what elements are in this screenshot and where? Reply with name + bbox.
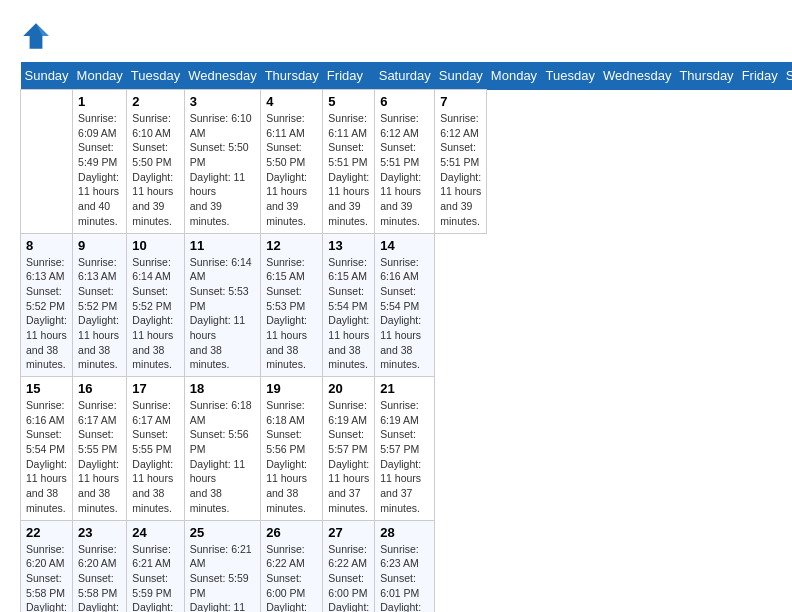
day-number: 18 [190, 381, 255, 396]
day-number: 13 [328, 238, 369, 253]
day-info: Sunrise: 6:21 AM Sunset: 5:59 PM Dayligh… [190, 542, 255, 613]
day-number: 16 [78, 381, 121, 396]
day-number: 6 [380, 94, 429, 109]
logo [20, 20, 58, 52]
calendar-cell: 20Sunrise: 6:19 AM Sunset: 5:57 PM Dayli… [323, 377, 375, 521]
calendar-cell: 23Sunrise: 6:20 AM Sunset: 5:58 PM Dayli… [73, 520, 127, 612]
day-of-week-header: Sunday [21, 62, 73, 90]
day-info: Sunrise: 6:15 AM Sunset: 5:53 PM Dayligh… [266, 255, 317, 373]
day-number: 4 [266, 94, 317, 109]
calendar-week-row: 8Sunrise: 6:13 AM Sunset: 5:52 PM Daylig… [21, 233, 793, 377]
weekday-header: Tuesday [542, 62, 599, 90]
day-number: 8 [26, 238, 67, 253]
day-info: Sunrise: 6:16 AM Sunset: 5:54 PM Dayligh… [26, 398, 67, 516]
calendar-cell: 11Sunrise: 6:14 AM Sunset: 5:53 PM Dayli… [184, 233, 260, 377]
day-number: 27 [328, 525, 369, 540]
day-info: Sunrise: 6:18 AM Sunset: 5:56 PM Dayligh… [266, 398, 317, 516]
day-number: 3 [190, 94, 255, 109]
calendar-week-row: 1Sunrise: 6:09 AM Sunset: 5:49 PM Daylig… [21, 90, 793, 234]
day-number: 23 [78, 525, 121, 540]
calendar-cell: 22Sunrise: 6:20 AM Sunset: 5:58 PM Dayli… [21, 520, 73, 612]
day-info: Sunrise: 6:12 AM Sunset: 5:51 PM Dayligh… [380, 111, 429, 229]
day-info: Sunrise: 6:17 AM Sunset: 5:55 PM Dayligh… [78, 398, 121, 516]
day-of-week-header: Friday [323, 62, 375, 90]
calendar-week-row: 15Sunrise: 6:16 AM Sunset: 5:54 PM Dayli… [21, 377, 793, 521]
day-info: Sunrise: 6:18 AM Sunset: 5:56 PM Dayligh… [190, 398, 255, 516]
day-info: Sunrise: 6:19 AM Sunset: 5:57 PM Dayligh… [380, 398, 429, 516]
day-info: Sunrise: 6:20 AM Sunset: 5:58 PM Dayligh… [26, 542, 67, 613]
calendar-cell: 9Sunrise: 6:13 AM Sunset: 5:52 PM Daylig… [73, 233, 127, 377]
calendar-cell: 13Sunrise: 6:15 AM Sunset: 5:54 PM Dayli… [323, 233, 375, 377]
day-info: Sunrise: 6:10 AM Sunset: 5:50 PM Dayligh… [190, 111, 255, 229]
day-info: Sunrise: 6:12 AM Sunset: 5:51 PM Dayligh… [440, 111, 481, 229]
weekday-header: Friday [738, 62, 782, 90]
day-of-week-header: Wednesday [184, 62, 260, 90]
calendar-cell: 7Sunrise: 6:12 AM Sunset: 5:51 PM Daylig… [435, 90, 487, 234]
day-info: Sunrise: 6:13 AM Sunset: 5:52 PM Dayligh… [26, 255, 67, 373]
calendar-cell: 12Sunrise: 6:15 AM Sunset: 5:53 PM Dayli… [261, 233, 323, 377]
weekday-header: Monday [487, 62, 542, 90]
day-number: 5 [328, 94, 369, 109]
weekday-header: Wednesday [599, 62, 675, 90]
day-info: Sunrise: 6:10 AM Sunset: 5:50 PM Dayligh… [132, 111, 178, 229]
calendar-cell: 18Sunrise: 6:18 AM Sunset: 5:56 PM Dayli… [184, 377, 260, 521]
day-number: 11 [190, 238, 255, 253]
day-number: 9 [78, 238, 121, 253]
day-info: Sunrise: 6:11 AM Sunset: 5:50 PM Dayligh… [266, 111, 317, 229]
day-of-week-header: Saturday [375, 62, 435, 90]
calendar-cell: 3Sunrise: 6:10 AM Sunset: 5:50 PM Daylig… [184, 90, 260, 234]
calendar-week-row: 22Sunrise: 6:20 AM Sunset: 5:58 PM Dayli… [21, 520, 793, 612]
day-number: 24 [132, 525, 178, 540]
calendar-cell: 25Sunrise: 6:21 AM Sunset: 5:59 PM Dayli… [184, 520, 260, 612]
calendar-cell: 16Sunrise: 6:17 AM Sunset: 5:55 PM Dayli… [73, 377, 127, 521]
day-info: Sunrise: 6:17 AM Sunset: 5:55 PM Dayligh… [132, 398, 178, 516]
calendar-cell: 19Sunrise: 6:18 AM Sunset: 5:56 PM Dayli… [261, 377, 323, 521]
calendar-cell: 14Sunrise: 6:16 AM Sunset: 5:54 PM Dayli… [375, 233, 435, 377]
calendar-cell [21, 90, 73, 234]
calendar-cell: 8Sunrise: 6:13 AM Sunset: 5:52 PM Daylig… [21, 233, 73, 377]
calendar-cell: 27Sunrise: 6:22 AM Sunset: 6:00 PM Dayli… [323, 520, 375, 612]
calendar-cell: 17Sunrise: 6:17 AM Sunset: 5:55 PM Dayli… [127, 377, 184, 521]
day-number: 21 [380, 381, 429, 396]
calendar-cell: 10Sunrise: 6:14 AM Sunset: 5:52 PM Dayli… [127, 233, 184, 377]
calendar-cell: 24Sunrise: 6:21 AM Sunset: 5:59 PM Dayli… [127, 520, 184, 612]
calendar-cell: 2Sunrise: 6:10 AM Sunset: 5:50 PM Daylig… [127, 90, 184, 234]
day-info: Sunrise: 6:22 AM Sunset: 6:00 PM Dayligh… [266, 542, 317, 613]
calendar-cell: 15Sunrise: 6:16 AM Sunset: 5:54 PM Dayli… [21, 377, 73, 521]
day-number: 12 [266, 238, 317, 253]
calendar-cell: 21Sunrise: 6:19 AM Sunset: 5:57 PM Dayli… [375, 377, 435, 521]
calendar-cell: 28Sunrise: 6:23 AM Sunset: 6:01 PM Dayli… [375, 520, 435, 612]
calendar-header-row: SundayMondayTuesdayWednesdayThursdayFrid… [21, 62, 793, 90]
day-number: 7 [440, 94, 481, 109]
day-number: 1 [78, 94, 121, 109]
day-info: Sunrise: 6:20 AM Sunset: 5:58 PM Dayligh… [78, 542, 121, 613]
day-number: 25 [190, 525, 255, 540]
day-number: 26 [266, 525, 317, 540]
day-of-week-header: Tuesday [127, 62, 184, 90]
day-number: 17 [132, 381, 178, 396]
day-info: Sunrise: 6:19 AM Sunset: 5:57 PM Dayligh… [328, 398, 369, 516]
logo-icon [20, 20, 52, 52]
calendar-cell: 4Sunrise: 6:11 AM Sunset: 5:50 PM Daylig… [261, 90, 323, 234]
day-of-week-header: Monday [73, 62, 127, 90]
day-info: Sunrise: 6:15 AM Sunset: 5:54 PM Dayligh… [328, 255, 369, 373]
day-number: 2 [132, 94, 178, 109]
weekday-header: Thursday [675, 62, 737, 90]
day-number: 15 [26, 381, 67, 396]
page-header [20, 20, 772, 52]
calendar-cell: 5Sunrise: 6:11 AM Sunset: 5:51 PM Daylig… [323, 90, 375, 234]
day-number: 19 [266, 381, 317, 396]
calendar-table: SundayMondayTuesdayWednesdayThursdayFrid… [20, 62, 792, 612]
day-number: 20 [328, 381, 369, 396]
day-of-week-header: Thursday [261, 62, 323, 90]
day-info: Sunrise: 6:11 AM Sunset: 5:51 PM Dayligh… [328, 111, 369, 229]
day-number: 22 [26, 525, 67, 540]
day-number: 10 [132, 238, 178, 253]
day-info: Sunrise: 6:23 AM Sunset: 6:01 PM Dayligh… [380, 542, 429, 613]
day-number: 28 [380, 525, 429, 540]
day-info: Sunrise: 6:14 AM Sunset: 5:52 PM Dayligh… [132, 255, 178, 373]
weekday-header: Sunday [435, 62, 487, 90]
calendar-cell: 26Sunrise: 6:22 AM Sunset: 6:00 PM Dayli… [261, 520, 323, 612]
day-info: Sunrise: 6:14 AM Sunset: 5:53 PM Dayligh… [190, 255, 255, 373]
day-info: Sunrise: 6:16 AM Sunset: 5:54 PM Dayligh… [380, 255, 429, 373]
